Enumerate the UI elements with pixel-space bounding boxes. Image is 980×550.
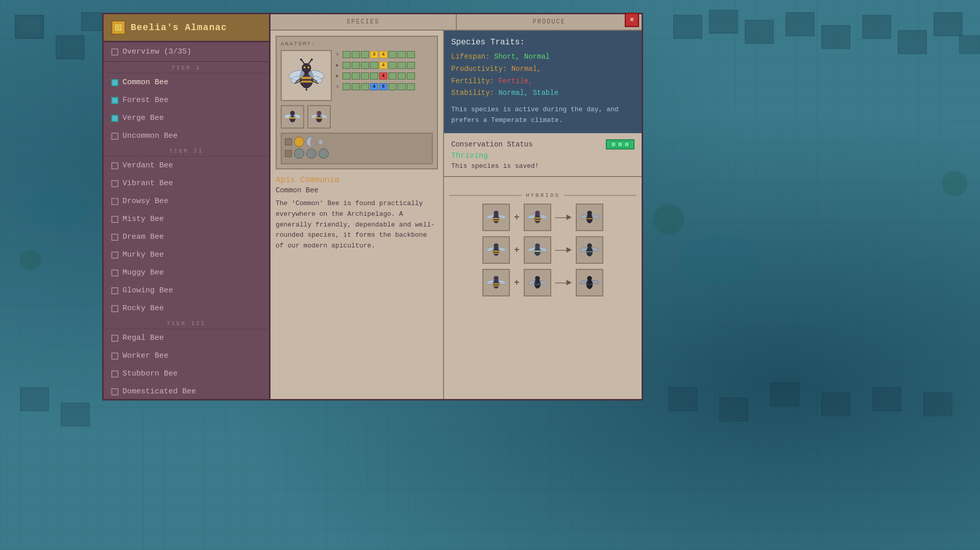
bee-item-misty[interactable]: Misty Bee [104,210,269,228]
bee-item-verge[interactable]: Verge Bee [104,109,269,127]
svg-point-22 [942,171,967,196]
bee-item-rocky[interactable]: Rocky Bee [104,299,269,317]
bee-variants-row [281,105,433,129]
seg [352,83,360,90]
productivity-value: Normal, [511,65,542,73]
svg-rect-17 [771,383,799,406]
bee-name-rocky: Rocky Bee [122,304,164,313]
svg-rect-49 [289,117,296,119]
bee-item-forest[interactable]: Forest Bee [104,91,269,109]
bee-variant-2[interactable] [307,105,331,129]
tier3-label: TIER III [104,317,269,329]
conservation-status: Thriving [451,152,634,160]
hybrid-row-1: + ——► [449,204,636,231]
seg [398,62,406,69]
stat-row-1: < 3 4 [336,50,433,59]
bee-checkbox-muggy [111,269,118,277]
svg-rect-87 [586,251,593,253]
anatomy-label: ANATOMY: [281,41,433,47]
bee-item-dream[interactable]: Dream Bee [104,228,269,246]
svg-rect-6 [745,20,773,43]
bee-name-misty: Misty Bee [122,215,164,223]
bee-name-stubborn: Stubborn Bee [122,369,178,378]
svg-rect-28 [117,24,119,31]
bee-name-uncommon: Uncommon Bee [122,132,178,140]
bee-item-vibrant[interactable]: Vibrant Bee [104,174,269,192]
svg-rect-93 [493,285,500,286]
species-latin-name: Apis Communia [276,176,438,185]
hybrid-result-1 [576,204,603,231]
svg-point-104 [587,276,592,281]
hybrids-section: HYBRIDS [444,187,642,399]
svg-rect-13 [20,388,48,411]
almanac-title: Beelia's Almanac [131,22,227,33]
bee-main-image [281,50,332,101]
seg-highlight-blue: 4 [370,83,378,90]
stat-arrow-1: < [336,52,341,58]
conservation-box: Conservation Status Thriving This specie… [444,133,642,177]
bee-item-domesticated[interactable]: Domesticated Bee [104,383,269,399]
bee-item-verdant[interactable]: Verdant Bee [104,157,269,174]
seg [342,51,351,58]
spacer [444,177,642,187]
sidebar-scroll[interactable]: Overview (3/35) TIER I Common Bee Forest… [104,42,269,399]
bee-checkbox-glowing [111,287,118,294]
svg-rect-98 [534,284,541,285]
seg [361,83,369,90]
overview-label: Overview (3/35) [122,47,191,56]
hybrid-arrow-3: ——► [555,278,572,288]
stat-arrow-2: ► [336,63,341,68]
svg-point-72 [587,211,592,215]
produce-panel: Species Traits: Lifespan: Short, Normal … [444,31,642,399]
svg-rect-2 [56,36,84,59]
indicator-row-climate [285,148,429,159]
tab-species[interactable]: SPECIES [271,14,456,30]
bee-item-uncommon[interactable]: Uncommon Bee [104,127,269,145]
seg-highlight: 4 [379,62,387,69]
svg-rect-15 [669,388,697,411]
svg-rect-92 [493,283,500,285]
hybrid-bee-3b [524,269,551,296]
svg-rect-71 [586,218,593,219]
anatomy-box: ANATOMY: [276,36,438,169]
close-button[interactable]: × [625,13,639,27]
bee-checkbox-dream [111,234,118,241]
bee-item-drowsy[interactable]: Drowsy Bee [104,192,269,210]
traits-box: Species Traits: Lifespan: Short, Normal … [444,31,642,133]
bee-item-muggy[interactable]: Muggy Bee [104,264,269,282]
bee-variant-1[interactable] [281,105,304,129]
svg-point-21 [653,204,684,235]
bee-name-glowing: Glowing Bee [122,286,173,295]
stat-row-4: < 4 5 [336,82,433,91]
tab-produce[interactable]: PRODUCE [457,14,642,30]
seg [398,72,406,80]
sun-icon [294,137,304,147]
bee-item-worker[interactable]: Worker Bee [104,347,269,365]
svg-rect-30 [300,77,313,79]
bee-item-regal[interactable]: Regal Bee [104,329,269,347]
anatomy-content: < 3 4 [281,50,433,101]
stat-row-2: ► 4 [336,61,433,70]
bee-item-glowing[interactable]: Glowing Bee [104,282,269,299]
bee-name-domesticated: Domesticated Bee [122,387,196,396]
svg-rect-60 [493,220,500,221]
overview-checkbox [111,48,118,56]
bee-item-stubborn[interactable]: Stubborn Bee [104,365,269,383]
svg-rect-10 [898,31,926,54]
bee-name-regal: Regal Bee [122,334,164,342]
bee-item-common[interactable]: Common Bee [104,73,269,91]
svg-rect-31 [300,81,313,83]
seg [398,51,406,58]
overview-item[interactable]: Overview (3/35) [104,42,269,62]
bee-checkbox-regal [111,335,118,342]
content-area: ANATOMY: [271,31,642,399]
bee-checkbox-forest [111,97,118,104]
hybrid-arrow-1: ——► [555,212,572,222]
bee-item-murky[interactable]: Murky Bee [104,246,269,264]
climate-icon3 [318,148,329,159]
seg [361,62,369,69]
stat-bar-3: 4 [342,72,433,80]
conservation-description: This species is saved! [451,162,634,170]
sidebar-title-bar: Beelia's Almanac [104,14,269,42]
stats-panel: < 3 4 [336,50,433,101]
